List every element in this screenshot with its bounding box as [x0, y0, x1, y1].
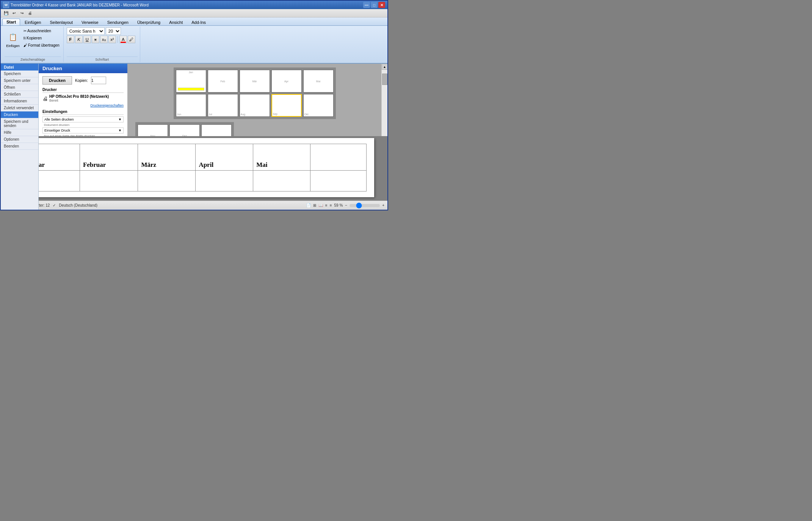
tab-addins[interactable]: Add-Ins	[187, 19, 210, 25]
preview-page-1: Jan	[176, 70, 206, 93]
app-title: Trennblätter Ordner 4 Kasse und Bank JAN…	[11, 3, 149, 7]
cut-icon: ✂	[24, 29, 27, 33]
print-drucken-button[interactable]: Drucken	[42, 76, 72, 85]
bold-button[interactable]: F	[67, 36, 74, 43]
table-row-empty	[22, 171, 367, 191]
status-language: Deutsch (Deutschland)	[59, 203, 97, 207]
month-maerz: März	[141, 161, 156, 168]
nav-beenden-item[interactable]: Beenden	[1, 143, 38, 150]
view-read-button[interactable]: 📖	[318, 203, 323, 207]
table-cell-empty3	[80, 171, 138, 191]
einseitig-option[interactable]: Einseitiger Druck▼	[42, 127, 124, 133]
scroll-thumb[interactable]	[382, 74, 387, 85]
paste-icon: 📋	[7, 31, 19, 43]
ribbon-tabs: Start Einfügen Seitenlayout Verweise Sen…	[1, 17, 387, 26]
preview-page-3: Mär	[240, 70, 270, 93]
view-print-button[interactable]: 📄	[306, 203, 311, 207]
clipboard-group-label: Zwischenablage	[5, 56, 61, 61]
tab-sendungen[interactable]: Sendungen	[103, 19, 133, 25]
table-cell-maerz: März	[138, 144, 196, 171]
ribbon-group-clipboard: 📋 Einfügen ✂ Ausschneiden ⎘ Kopieren 🖌 F…	[2, 27, 64, 62]
zoom-plus-button[interactable]: +	[382, 203, 384, 207]
spell-check-icon: ✓	[53, 203, 56, 207]
preview-page-8: Aug	[240, 94, 270, 117]
nav-speichern-unter-item[interactable]: Speichern unter	[1, 77, 38, 84]
printer-status: Bereit	[49, 99, 109, 102]
preview-page-4: Apr	[271, 70, 302, 93]
zoom-minus-button[interactable]: −	[345, 203, 347, 207]
kopien-input[interactable]	[91, 77, 106, 84]
zoom-slider-status[interactable]	[350, 204, 380, 207]
view-fullscreen-button[interactable]: ⊞	[313, 203, 316, 207]
tab-seitenlayout[interactable]: Seitenlayout	[46, 19, 77, 25]
einfuegen-button[interactable]: 📋 Einfügen	[5, 27, 21, 52]
table-cell-empty4	[138, 171, 196, 191]
close-button[interactable]: ✕	[378, 2, 385, 8]
font-name-select[interactable]: Comic Sans h	[67, 27, 105, 35]
qa-undo-button[interactable]: ↩	[10, 10, 18, 17]
nav-oeffnen-item[interactable]: Öffnen	[1, 84, 38, 91]
view-draft-button[interactable]: ≡	[330, 203, 332, 207]
status-right: 📄 ⊞ 📖 ≡ ≡ 59 % − +	[306, 203, 384, 207]
underline-button[interactable]: U	[83, 36, 91, 43]
month-table: Januar Februar März April Mai	[22, 144, 367, 191]
nav-speichern-senden-item[interactable]: Speichern und senden	[1, 118, 38, 129]
table-cell-empty7	[310, 171, 367, 191]
tab-einfuegen[interactable]: Einfügen	[20, 19, 45, 25]
nav-optionen-item[interactable]: Optionen	[1, 136, 38, 143]
nav-informationen-item[interactable]: Informationen	[1, 98, 38, 105]
copy-icon: ⎘	[24, 36, 26, 40]
einstellungen-section-title: Einstellungen	[42, 110, 124, 115]
tab-ueberpruefung[interactable]: Überprüfung	[133, 19, 165, 25]
table-cell-mai: Mai	[253, 144, 310, 171]
preview-page-10: Okt	[303, 94, 334, 117]
minimize-button[interactable]: —	[363, 2, 370, 8]
table-cell-april: April	[196, 144, 253, 171]
view-outline-button[interactable]: ≡	[325, 203, 328, 207]
kopieren-button[interactable]: ⎘ Kopieren	[22, 35, 61, 41]
strikethrough-button[interactable]: x	[92, 36, 99, 43]
month-februar: Februar	[83, 161, 106, 168]
tab-ansicht[interactable]: Ansicht	[165, 19, 187, 25]
maximize-button[interactable]: □	[371, 2, 378, 8]
druckereigenschaften-link[interactable]: Druckereigenschaften	[90, 104, 124, 107]
font-color-button[interactable]: A	[119, 36, 127, 43]
scroll-up-button[interactable]: ▲	[382, 64, 388, 70]
nav-schliessen-item[interactable]: Schließen	[1, 91, 38, 98]
ausschneiden-button[interactable]: ✂ Ausschneiden	[22, 27, 61, 34]
quick-access-toolbar: 💾 ↩ ↪ 🖨	[1, 9, 387, 17]
qa-print-button[interactable]: 🖨	[26, 10, 34, 17]
table-row-months: Januar Februar März April Mai	[22, 144, 367, 171]
kopien-label: Kopien:	[75, 78, 88, 83]
subscript-button[interactable]: x₂	[100, 36, 108, 43]
tab-verweise[interactable]: Verweise	[77, 19, 103, 25]
nav-zuletzt-item[interactable]: Zuletzt verwendet	[1, 105, 38, 111]
preview-page-2: Feb	[208, 70, 238, 93]
nav-drucken-item[interactable]: Drucken	[1, 111, 38, 118]
app-icon: W	[3, 2, 9, 8]
highlight-button[interactable]: 🖊	[128, 36, 135, 43]
nav-hilfe-item[interactable]: Hilfe	[1, 129, 38, 136]
month-april: April	[199, 161, 213, 168]
qa-save-button[interactable]: 💾	[2, 10, 10, 17]
qa-redo-button[interactable]: ↪	[18, 10, 26, 17]
italic-button[interactable]: K	[75, 36, 83, 43]
font-size-select[interactable]: 20	[106, 27, 121, 35]
nav-speichern-item[interactable]: Speichern	[1, 71, 38, 77]
title-bar: W Trennblätter Ordner 4 Kasse und Bank J…	[1, 1, 387, 9]
tab-start[interactable]: Start	[2, 19, 20, 25]
superscript-button[interactable]: x²	[108, 36, 116, 43]
preview-page-5: Mai	[303, 70, 334, 93]
format-brush-icon: 🖌	[24, 43, 27, 47]
alle-seiten-option[interactable]: Alle Seiten drucken▼	[42, 116, 124, 122]
seiten-info: Dokument drucken	[42, 123, 124, 127]
printer-name: HP OfficeJet Pro 8810 (Netzwerk)	[49, 94, 109, 99]
table-cell-empty5	[196, 171, 253, 191]
nav-datei-item[interactable]: Datei	[1, 64, 38, 71]
drucker-section-title: Drucker	[42, 88, 124, 93]
table-cell-februar: Februar	[80, 144, 138, 171]
ribbon-group-font: Comic Sans h 20 F K U x x₂ x² A 🖊	[64, 27, 140, 62]
document-area-bottom: Januar Februar März April Mai	[1, 136, 387, 201]
format-ubertragen-button[interactable]: 🖌 Format übertragen	[22, 42, 61, 49]
preview-page-7: Jul	[208, 94, 238, 117]
